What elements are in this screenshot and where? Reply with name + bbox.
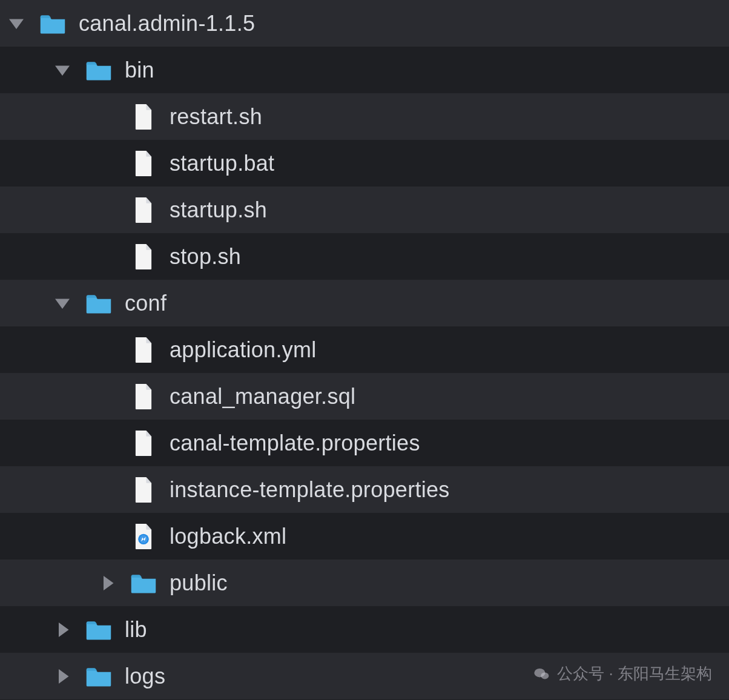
file-icon	[130, 150, 157, 177]
tree-row-file[interactable]: application.yml	[0, 326, 729, 373]
chevron-right-icon[interactable]	[98, 574, 116, 592]
chevron-down-icon[interactable]	[53, 294, 71, 312]
tree-row-file[interactable]: restart.sh	[0, 93, 729, 140]
tree-row-file[interactable]: canal_manager.sql	[0, 373, 729, 420]
tree-label: logs	[125, 664, 165, 689]
tree-label: restart.sh	[170, 104, 262, 130]
tree-label: conf	[125, 291, 167, 316]
chevron-down-icon[interactable]	[7, 15, 25, 33]
file-xml-icon	[130, 523, 157, 550]
tree-row-file[interactable]: startup.sh	[0, 187, 729, 233]
tree-label: application.yml	[170, 337, 317, 363]
tree-row-file[interactable]: logback.xml	[0, 513, 729, 560]
tree-row-file[interactable]: canal-template.properties	[0, 420, 729, 466]
folder-icon	[85, 56, 113, 84]
tree-row-lib[interactable]: lib	[0, 606, 729, 653]
file-icon	[130, 243, 157, 271]
file-icon	[130, 196, 157, 224]
wechat-icon	[533, 665, 551, 683]
watermark: 公众号 · 东阳马生架构	[533, 663, 712, 684]
tree-row-public[interactable]: public	[0, 560, 729, 606]
watermark-label: 公众号 · 东阳马生架构	[557, 663, 712, 684]
chevron-right-icon[interactable]	[53, 667, 71, 685]
tree-row-file[interactable]: instance-template.properties	[0, 466, 729, 513]
tree-label: startup.bat	[170, 151, 274, 176]
tree-label: stop.sh	[170, 244, 241, 269]
folder-icon	[39, 10, 67, 38]
file-icon	[130, 103, 157, 131]
tree-label: bin	[125, 58, 154, 83]
tree-label: logback.xml	[170, 524, 286, 549]
file-icon	[130, 336, 157, 364]
tree-label: instance-template.properties	[170, 477, 450, 503]
tree-row-conf[interactable]: conf	[0, 280, 729, 326]
chevron-right-icon[interactable]	[53, 621, 71, 639]
folder-icon	[85, 289, 113, 317]
tree-row-root[interactable]: canal.admin-1.1.5	[0, 0, 729, 47]
tree-label: canal_manager.sql	[170, 384, 355, 409]
file-icon	[130, 429, 157, 457]
tree-row-bin[interactable]: bin	[0, 47, 729, 93]
tree-label: public	[170, 570, 228, 596]
tree-row-file[interactable]: startup.bat	[0, 140, 729, 187]
chevron-down-icon[interactable]	[53, 61, 71, 79]
tree-label: canal-template.properties	[170, 431, 420, 456]
folder-icon	[85, 616, 113, 644]
file-icon	[130, 383, 157, 411]
file-icon	[130, 476, 157, 504]
tree-label: lib	[125, 617, 147, 642]
tree-label: startup.sh	[170, 197, 267, 223]
folder-icon	[85, 662, 113, 690]
folder-icon	[130, 569, 157, 597]
tree-row-file[interactable]: stop.sh	[0, 233, 729, 280]
file-tree: canal.admin-1.1.5 bin restart.sh startup…	[0, 0, 729, 700]
tree-label: canal.admin-1.1.5	[79, 11, 255, 36]
